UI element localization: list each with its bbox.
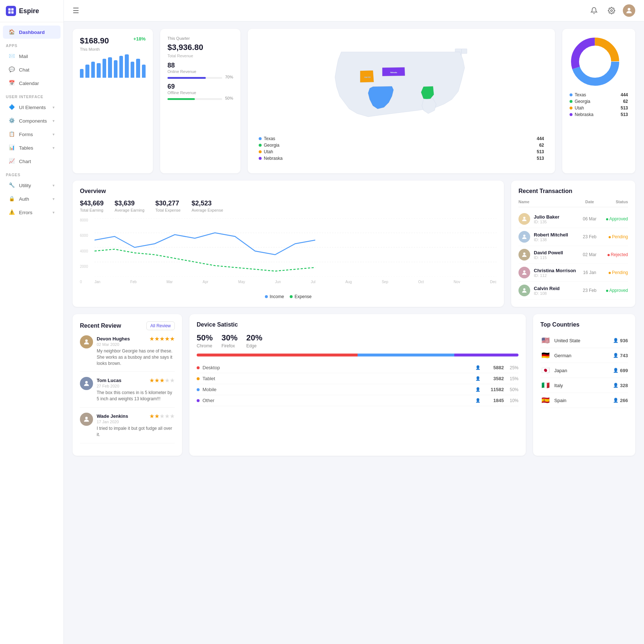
usage-segment	[197, 354, 358, 356]
country-name: German	[554, 353, 613, 358]
chevron-down-icon: ▾	[53, 132, 55, 137]
svg-point-5	[628, 8, 630, 11]
sidebar-item-dashboard[interactable]: 🏠 Dashboard	[3, 26, 61, 39]
device-dot	[197, 388, 200, 391]
svg-rect-0	[8, 8, 11, 11]
review-header: Recent Review All Review	[80, 321, 175, 330]
transaction-id: ID: 135	[534, 220, 577, 224]
chart-svg	[95, 218, 497, 277]
country-rows: 🇺🇸 United State 👤 936 🇩🇪 German 👤 743 🇯🇵…	[540, 333, 628, 408]
sidebar-item-calendar[interactable]: 📅 Calendar	[3, 77, 61, 90]
transaction-card: Recent Transaction Name Date Status Juli…	[511, 181, 635, 307]
overview-stat-average-earning: $3,639Average Earning	[115, 200, 144, 212]
row-3: Recent Review All Review Devon Hughes ★★…	[73, 314, 635, 456]
chart-legend: Income Expense	[80, 294, 497, 299]
review-name: Tom Lucas	[97, 378, 122, 383]
country-name: Italy	[554, 383, 613, 388]
review-item: Tom Lucas ★★★★★ 27 Feb 2020 The box this…	[80, 377, 175, 408]
errors-icon: ⚠️	[9, 209, 15, 216]
country-flag: 🇩🇪	[540, 352, 551, 359]
svg-point-25	[85, 339, 88, 342]
review-text: My neighbor Georgie has one of these. Sh…	[97, 348, 175, 366]
user-avatar[interactable]	[623, 4, 635, 17]
sidebar-item-errors[interactable]: ⚠️ Errors ▾	[3, 206, 61, 219]
donut-dot	[570, 100, 572, 103]
th-status: Status	[602, 200, 628, 204]
country-row: 🇩🇪 German 👤 743	[540, 348, 628, 363]
svg-rect-7	[462, 49, 467, 54]
transaction-name: Calvin Reid	[534, 286, 577, 291]
sidebar-item-label: UI Elements	[19, 105, 46, 110]
device-row: Tablet 👤 3582 15%	[197, 373, 518, 384]
bar-4	[103, 59, 106, 78]
transaction-date: 16 Jan	[577, 270, 602, 275]
device-row: Other 👤 1845 10%	[197, 395, 518, 406]
sidebar-item-utility[interactable]: 🔧 Utility ▾	[3, 179, 61, 192]
review-date: 17 Jan 2020	[97, 420, 175, 424]
review-avatar	[80, 377, 93, 390]
sidebar-item-forms[interactable]: 📋 Forms ▾	[3, 128, 61, 141]
sidebar-nav: 🏠 Dashboard APPS ✉️ Mail 💬 Chat 📅 Calend…	[0, 22, 63, 222]
quarter-amount: $3,936.80	[167, 43, 233, 52]
transaction-name: Christina Morrison	[534, 268, 577, 273]
sidebar-item-mail[interactable]: ✉️ Mail	[3, 50, 61, 63]
app-name: Espire	[19, 7, 39, 15]
transaction-avatar	[518, 231, 530, 243]
device-stats: 50%Chrome30%Firefox20%Edge	[197, 333, 518, 348]
all-review-button[interactable]: All Review	[146, 321, 175, 330]
bar-2	[91, 62, 95, 78]
online-label: Online Revenue	[167, 69, 233, 74]
transaction-name: Robert Mitchell	[534, 232, 577, 238]
country-flag: 🇺🇸	[540, 337, 551, 344]
chevron-down-icon: ▾	[53, 183, 55, 188]
review-title: Recent Review	[80, 323, 121, 329]
svg-text:Utah 513: Utah 513	[364, 76, 371, 78]
device-name: Other	[203, 398, 475, 403]
overview-chart: 80006000400020000	[80, 218, 497, 291]
countries-header: Top Countries	[540, 321, 628, 328]
device-stat-chrome: 50%Chrome	[197, 333, 213, 348]
th-date: Date	[577, 200, 602, 204]
review-avatar	[80, 335, 93, 348]
donut-legend-texas: Texas444	[570, 92, 628, 97]
quarter-card: This Quarter $3,936.80 Total Revenue 88 …	[160, 29, 240, 173]
svg-rect-1	[11, 8, 14, 11]
country-users: 👤 699	[613, 368, 628, 373]
hamburger-button[interactable]: ☰	[73, 6, 79, 15]
device-name: Mobile	[203, 387, 475, 392]
device-pct: 25%	[504, 365, 518, 370]
status-dot	[609, 236, 611, 238]
users-icon: 👤	[475, 387, 481, 392]
countries-title: Top Countries	[540, 321, 579, 328]
country-flag: 🇪🇸	[540, 397, 551, 404]
online-value: 88	[167, 62, 233, 69]
user-icon: 👤	[613, 383, 618, 388]
status-dot	[606, 218, 608, 220]
settings-button[interactable]	[605, 4, 618, 17]
sidebar-item-chart[interactable]: 📈 Chart	[3, 155, 61, 168]
notifications-button[interactable]	[588, 4, 600, 17]
dashboard-content: $168.90 This Month +18% This Quarter $3,…	[64, 22, 644, 470]
device-title: Device Satistic	[197, 321, 238, 328]
quarter-sublabel: Total Revenue	[167, 54, 233, 58]
chat-icon: 💬	[9, 66, 15, 73]
donut-legend-nebraska: Nebraska513	[570, 112, 628, 117]
device-dot	[197, 377, 200, 380]
sidebar-item-tables[interactable]: 📊 Tables ▾	[3, 141, 61, 154]
svg-point-14	[580, 46, 610, 77]
sidebar-item-components[interactable]: ⚙️ Components ▾	[3, 114, 61, 127]
sidebar-item-ui-elements[interactable]: 🔷 UI Elements ▾	[3, 101, 61, 114]
transaction-avatar	[518, 285, 530, 296]
svg-point-27	[85, 417, 88, 419]
chevron-down-icon: ▾	[53, 210, 55, 215]
device-name: Desktop	[203, 365, 475, 370]
user-icon: 👤	[613, 368, 618, 373]
transaction-avatar	[518, 267, 530, 278]
sidebar-item-auth[interactable]: 🔒 Auth ▾	[3, 192, 61, 205]
bar-3	[97, 63, 100, 78]
review-card: Recent Review All Review Devon Hughes ★★…	[73, 314, 182, 456]
transaction-status: Approved	[602, 288, 628, 293]
country-flag: 🇮🇹	[540, 382, 551, 389]
sidebar-item-chat[interactable]: 💬 Chat	[3, 63, 61, 76]
svg-text:Nebraska: Nebraska	[390, 72, 397, 73]
